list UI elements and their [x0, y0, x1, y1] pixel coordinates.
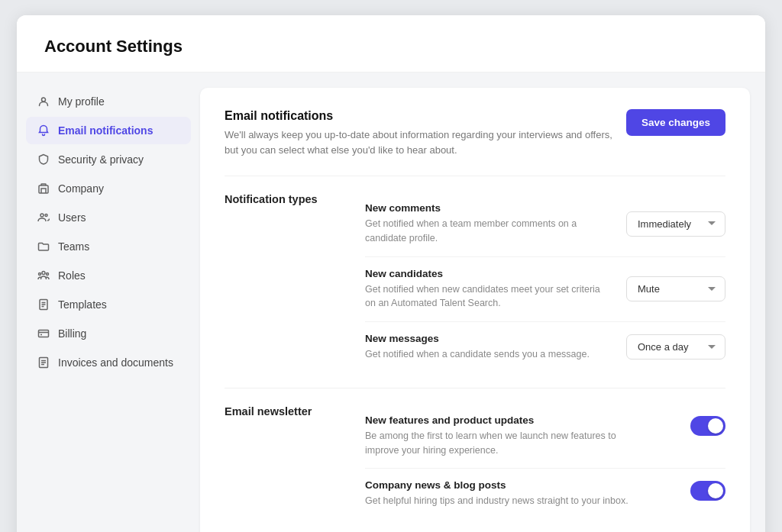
layout: My profile Email notifications Secu [17, 73, 765, 532]
svg-point-6 [47, 273, 49, 276]
sidebar-item-teams-label: Teams [58, 240, 89, 253]
notif-detail-company-news: Get helpful hiring tips and industry new… [365, 494, 632, 508]
email-notifications-header: Email notifications We'll always keep yo… [225, 109, 725, 157]
notif-name-company-news: Company news & blog posts [365, 479, 675, 491]
svg-point-4 [42, 272, 45, 275]
svg-point-5 [39, 273, 41, 276]
notif-info-new-comments: New comments Get notified when a team me… [365, 202, 611, 246]
page-title: Account Settings [17, 15, 765, 73]
divider-2 [225, 388, 725, 389]
main-content: Email notifications We'll always keep yo… [200, 73, 765, 532]
notification-rows: New comments Get notified when a team me… [365, 192, 725, 372]
toggle-features[interactable] [690, 416, 725, 436]
newsletter-section: Email newsletter New features and produc… [225, 404, 725, 519]
building-icon [37, 182, 50, 195]
notif-row-new-messages: New messages Get notified when a candida… [365, 322, 725, 372]
sidebar-item-my-profile-label: My profile [58, 95, 105, 108]
billing-icon [37, 327, 50, 340]
sidebar-item-company-label: Company [58, 182, 104, 195]
sidebar-item-email-notifications[interactable]: Email notifications [26, 117, 191, 144]
sidebar-item-users[interactable]: Users [26, 204, 191, 231]
notif-info-new-candidates: New candidates Get notified when new can… [365, 268, 611, 311]
save-changes-button-top[interactable]: Save changes [626, 109, 725, 136]
toggle-company-news-track [690, 481, 725, 501]
notif-detail-new-candidates: Get notified when new candidates meet yo… [365, 282, 611, 311]
select-wrapper-new-messages: Immediately Once a day Mute [626, 334, 725, 360]
newsletter-row-features: New features and product updates Be amon… [365, 404, 725, 469]
notif-name-new-candidates: New candidates [365, 268, 611, 279]
sidebar-item-templates[interactable]: Templates [26, 291, 191, 318]
people-icon [37, 269, 50, 282]
notif-row-new-candidates: New candidates Get notified when new can… [365, 257, 725, 323]
bell-icon [37, 124, 50, 137]
toggle-features-track [690, 416, 725, 436]
sidebar-item-roles[interactable]: Roles [26, 262, 191, 289]
sidebar-item-my-profile[interactable]: My profile [26, 88, 191, 115]
svg-rect-1 [39, 185, 48, 193]
sidebar-item-users-label: Users [58, 211, 86, 224]
divider-1 [225, 176, 725, 176]
notif-row-new-comments: New comments Get notified when a team me… [365, 192, 725, 257]
svg-point-0 [42, 98, 46, 102]
svg-rect-8 [39, 330, 49, 337]
newsletter-row-company-news: Company news & blog posts Get helpful hi… [365, 469, 725, 519]
sidebar-item-roles-label: Roles [58, 269, 86, 282]
svg-point-2 [40, 214, 44, 217]
email-notifications-desc: We'll always keep you up-to-date about i… [225, 127, 622, 157]
newsletter-rows: New features and product updates Be amon… [365, 404, 725, 519]
invoice-icon [37, 356, 50, 369]
select-new-comments[interactable]: Immediately Once a day Mute [626, 211, 725, 237]
select-wrapper-new-candidates: Immediately Once a day Mute [626, 276, 725, 301]
email-notifications-header-text: Email notifications We'll always keep yo… [225, 109, 622, 157]
notif-name-new-messages: New messages [365, 333, 611, 344]
sidebar-item-company[interactable]: Company [26, 175, 191, 202]
toggle-company-news[interactable] [690, 481, 725, 501]
user-icon [37, 95, 50, 108]
email-notifications-title: Email notifications [225, 109, 622, 123]
newsletter-label: Email newsletter [225, 404, 347, 519]
sidebar-item-email-notifications-label: Email notifications [58, 124, 153, 137]
notif-detail-new-comments: Get notified when a team member comments… [365, 217, 611, 246]
notif-detail-new-messages: Get notified when a candidate sends you … [365, 347, 611, 362]
notif-name-new-comments: New comments [365, 202, 611, 214]
notification-types-section: Notification types New comments Get noti… [225, 192, 725, 372]
select-new-messages[interactable]: Immediately Once a day Mute [626, 334, 725, 360]
notif-info-features: New features and product updates Be amon… [365, 414, 675, 458]
notif-detail-features: Be among the first to learn when we laun… [365, 429, 632, 458]
content-card: Email notifications We'll always keep yo… [200, 88, 750, 532]
sidebar: My profile Email notifications Secu [17, 73, 200, 532]
notification-types-label: Notification types [225, 192, 347, 372]
users-icon [37, 211, 50, 224]
sidebar-item-invoices[interactable]: Invoices and documents [26, 349, 191, 376]
select-wrapper-new-comments: Immediately Once a day Mute [626, 211, 725, 237]
select-new-candidates[interactable]: Immediately Once a day Mute [626, 276, 725, 301]
notif-name-features: New features and product updates [365, 414, 675, 426]
sidebar-item-teams[interactable]: Teams [26, 233, 191, 260]
shield-icon [37, 153, 50, 166]
notif-info-company-news: Company news & blog posts Get helpful hi… [365, 479, 675, 508]
sidebar-item-security-privacy-label: Security & privacy [58, 153, 144, 166]
outer-card: Account Settings My profile [17, 15, 765, 532]
sidebar-item-invoices-label: Invoices and documents [58, 356, 173, 369]
sidebar-item-billing[interactable]: Billing [26, 320, 191, 347]
sidebar-item-security-privacy[interactable]: Security & privacy [26, 146, 191, 173]
svg-point-3 [45, 214, 47, 217]
doc-icon [37, 298, 50, 311]
sidebar-item-billing-label: Billing [58, 327, 86, 340]
folder-icon [37, 240, 50, 253]
sidebar-item-templates-label: Templates [58, 298, 107, 311]
notif-info-new-messages: New messages Get notified when a candida… [365, 333, 611, 362]
